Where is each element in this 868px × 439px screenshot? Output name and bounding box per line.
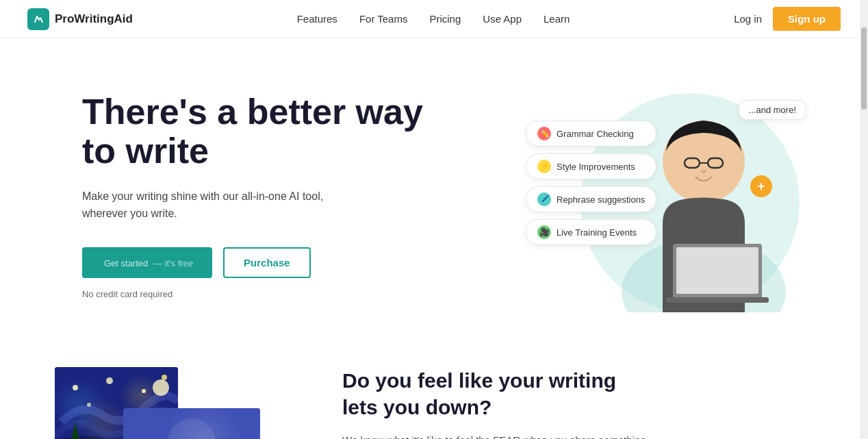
- svg-point-12: [142, 389, 146, 393]
- nav-learn[interactable]: Learn: [544, 13, 570, 25]
- svg-rect-16: [123, 408, 260, 439]
- blue-card-image: [123, 408, 260, 439]
- nav-for-teams[interactable]: For Teams: [359, 13, 408, 25]
- hero-title: There's a better way to write: [82, 92, 438, 171]
- nav-pricing[interactable]: Pricing: [429, 13, 461, 25]
- lower-section: My idea in my head Do you feel like your…: [0, 340, 868, 439]
- pill-rephrase: 🖊️ Rephrase suggestions: [526, 186, 656, 212]
- navbar: ProWritingAid Features For Teams Pricing…: [0, 0, 868, 38]
- svg-point-17: [168, 418, 216, 439]
- more-bubble: ...and more!: [739, 100, 806, 120]
- pill-training: 🎥 Live Training Events: [526, 219, 656, 245]
- scrollbar-thumb[interactable]: [861, 27, 867, 110]
- hero-section: There's a better way to write Make your …: [0, 38, 868, 340]
- add-icon: +: [750, 175, 772, 197]
- get-started-button[interactable]: Get started — it's free: [82, 247, 212, 278]
- pill-grammar-label: Grammar Checking: [557, 129, 634, 139]
- pill-rephrase-label: Rephrase suggestions: [557, 195, 645, 205]
- hero-buttons: Get started — it's free Purchase: [82, 247, 438, 278]
- image-stack: My idea in my head: [55, 367, 288, 439]
- logo-icon: [27, 8, 49, 30]
- hero-left: There's a better way to write Make your …: [82, 92, 438, 299]
- purchase-button[interactable]: Purchase: [223, 247, 311, 278]
- grammar-icon: ✏️: [537, 127, 551, 140]
- nav-actions: Log in Sign up: [734, 7, 841, 31]
- signup-button[interactable]: Sign up: [773, 7, 841, 31]
- login-button[interactable]: Log in: [734, 13, 762, 25]
- nav-links: Features For Teams Pricing Use App Learn: [297, 13, 570, 25]
- no-credit-card-text: No credit card required: [82, 289, 438, 299]
- page-scrollbar[interactable]: [860, 0, 868, 439]
- hero-subtitle: Make your writing shine with our all-in-…: [82, 188, 370, 223]
- lower-title: Do you feel like your writing lets you d…: [342, 367, 657, 421]
- svg-point-11: [106, 377, 113, 384]
- feature-pills: ✏️ Grammar Checking ⚡ Style Improvements…: [526, 121, 656, 245]
- svg-point-14: [87, 403, 91, 407]
- training-icon: 🎥: [537, 225, 551, 239]
- style-icon: ⚡: [537, 160, 551, 173]
- pill-style-label: Style Improvements: [557, 162, 635, 172]
- nav-features[interactable]: Features: [297, 13, 337, 25]
- nav-use-app[interactable]: Use App: [483, 13, 522, 25]
- pill-training-label: Live Training Events: [557, 227, 637, 238]
- hero-illustration: ✏️ Grammar Checking ⚡ Style Improvements…: [526, 79, 813, 312]
- rephrase-icon: 🖊️: [537, 192, 551, 206]
- lower-text: We know what it's like to feel the FEAR …: [342, 431, 657, 439]
- svg-rect-8: [666, 297, 769, 303]
- svg-point-15: [153, 379, 169, 396]
- svg-point-13: [162, 375, 167, 380]
- svg-point-10: [73, 385, 78, 390]
- lower-left: My idea in my head: [55, 367, 301, 439]
- logo-link[interactable]: ProWritingAid: [27, 8, 133, 30]
- pill-grammar: ✏️ Grammar Checking: [526, 121, 656, 147]
- lower-right: Do you feel like your writing lets you d…: [342, 367, 657, 439]
- logo-text: ProWritingAid: [55, 12, 133, 26]
- svg-rect-7: [676, 247, 758, 294]
- svg-point-19: [205, 436, 246, 439]
- pill-style: ⚡ Style Improvements: [526, 153, 656, 179]
